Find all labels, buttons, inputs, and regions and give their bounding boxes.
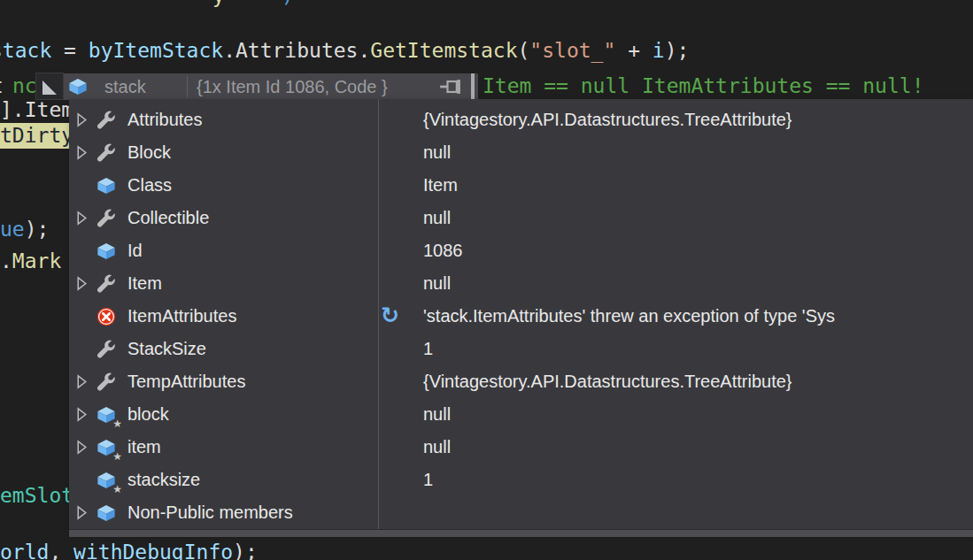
member-name: Class — [127, 175, 172, 196]
code-comment-left: nc — [12, 74, 37, 98]
member-value[interactable]: null — [423, 142, 451, 163]
datatip-row-stacksize[interactable]: StackSize 1 — [69, 333, 973, 365]
collapse-datatip-button[interactable] — [35, 73, 64, 100]
field-cube-icon — [96, 175, 117, 196]
property-wrench-icon — [96, 142, 117, 164]
member-name: ItemAttributes — [127, 306, 236, 326]
member-name: TempAttributes — [127, 372, 245, 392]
property-wrench-icon — [96, 339, 117, 360]
member-value[interactable]: 1 — [423, 470, 433, 490]
code-frag-item: ].Item — [0, 98, 73, 122]
datatip-row-non-public-members[interactable]: Non-Public members — [69, 496, 973, 529]
member-value[interactable]: null — [423, 273, 451, 294]
member-name: StackSize — [127, 339, 206, 359]
member-value[interactable]: {Vintagestory.API.Datastructures.TreeAtt… — [423, 110, 792, 130]
member-value[interactable]: 1086 — [423, 241, 463, 261]
datatip-header[interactable]: stack {1x Item Id 1086, Code } — [64, 73, 478, 100]
private-star-icon: ★ — [112, 451, 122, 462]
member-value[interactable]: null — [423, 404, 451, 425]
expand-arrow-icon[interactable] — [76, 441, 96, 455]
member-name: Non-Public members — [127, 502, 293, 523]
field-cube-icon — [96, 241, 117, 262]
expand-arrow-icon[interactable] — [76, 277, 96, 291]
expand-arrow-icon[interactable] — [76, 113, 96, 127]
error-icon — [96, 306, 117, 327]
member-value[interactable]: Item — [423, 175, 458, 196]
datatip-row-block[interactable]: ★ block null — [69, 398, 973, 431]
code-frag-itemslot: emSlot — [0, 484, 73, 508]
private-star-icon: ★ — [112, 418, 122, 429]
member-name: Item — [127, 273, 162, 294]
property-wrench-icon — [96, 372, 117, 393]
code-frag-withdebuginfo: orld, withDebugInfo); — [0, 541, 258, 560]
member-value[interactable]: null — [423, 208, 451, 228]
datatip-row-tempattributes[interactable]: TempAttributes {Vintagestory.API.Datastr… — [69, 365, 973, 398]
property-wrench-icon — [96, 110, 117, 131]
expand-arrow-icon[interactable] — [76, 146, 96, 160]
code-frag-true: ue); — [0, 218, 49, 242]
member-name: Collectible — [127, 208, 209, 228]
field-cube-icon — [96, 502, 117, 524]
pin-icon[interactable] — [440, 79, 465, 95]
member-name: stacksize — [127, 470, 200, 490]
datatip-row-block[interactable]: Block null — [69, 136, 973, 169]
datatip-variable-name[interactable]: stack — [104, 73, 146, 100]
datatip-row-collectible[interactable]: Collectible null — [69, 202, 973, 234]
private-field-cube-icon: ★ — [96, 404, 117, 426]
datatip-row-attributes[interactable]: Attributes {Vintagestory.API.Datastructu… — [69, 104, 973, 136]
header-separator — [187, 76, 188, 97]
member-value[interactable]: null — [423, 437, 451, 457]
datatip-body: Attributes {Vintagestory.API.Datastructu… — [69, 99, 973, 529]
code-line-top-partial-1: y — [212, 0, 225, 8]
member-name: Id — [127, 241, 143, 261]
member-value[interactable]: 1 — [423, 339, 433, 359]
expand-arrow-icon[interactable] — [76, 506, 96, 520]
code-frag-mark: .Mark — [0, 249, 61, 273]
property-wrench-icon — [96, 208, 117, 229]
member-value[interactable]: 'stack.ItemAttributes' threw an exceptio… — [423, 306, 835, 326]
private-star-icon: ★ — [112, 484, 122, 495]
member-value[interactable]: {Vintagestory.API.Datastructures.TreeAtt… — [423, 372, 792, 392]
datatip-row-itemattributes[interactable]: ItemAttributes ↻ 'stack.ItemAttributes' … — [69, 300, 973, 333]
member-name: block — [127, 404, 169, 425]
private-field-cube-icon: ★ — [96, 470, 117, 491]
code-frag-markdirty-highlight: tDirty — [0, 123, 70, 149]
datatip-row-stacksize[interactable]: ★ stacksize 1 — [69, 464, 973, 496]
datatip-row-item[interactable]: ★ item null — [69, 431, 973, 464]
expand-arrow-icon[interactable] — [76, 408, 96, 422]
code-comment-right: Item == null ItemAttributes == null! — [483, 74, 924, 98]
field-cube-icon — [68, 77, 88, 96]
datatip-row-class[interactable]: Class Item — [69, 169, 973, 202]
collapse-triangle-icon — [42, 81, 57, 95]
code-line-assignment: stack = byItemStack.Attributes.GetItemst… — [0, 39, 689, 63]
expand-arrow-icon[interactable] — [76, 211, 96, 226]
code-line-top-partial-2: ) — [282, 0, 294, 8]
member-name: Attributes — [127, 110, 202, 130]
datatip-variable-value[interactable]: {1x Item Id 1086, Code } — [197, 73, 388, 100]
member-name: Block — [127, 142, 171, 163]
private-field-cube-icon: ★ — [96, 437, 117, 458]
member-name: item — [127, 437, 161, 457]
datatip-row-item[interactable]: Item null — [69, 267, 973, 300]
expand-arrow-icon[interactable] — [76, 375, 96, 389]
code-frag-char-sliver: t — [0, 74, 4, 98]
datatip-row-id[interactable]: Id 1086 — [69, 234, 973, 267]
property-wrench-icon — [96, 273, 117, 295]
datatip-horizontal-scrollbar[interactable] — [69, 529, 973, 537]
refresh-value-icon[interactable]: ↻ — [381, 303, 407, 328]
header-right-edge — [471, 73, 475, 100]
